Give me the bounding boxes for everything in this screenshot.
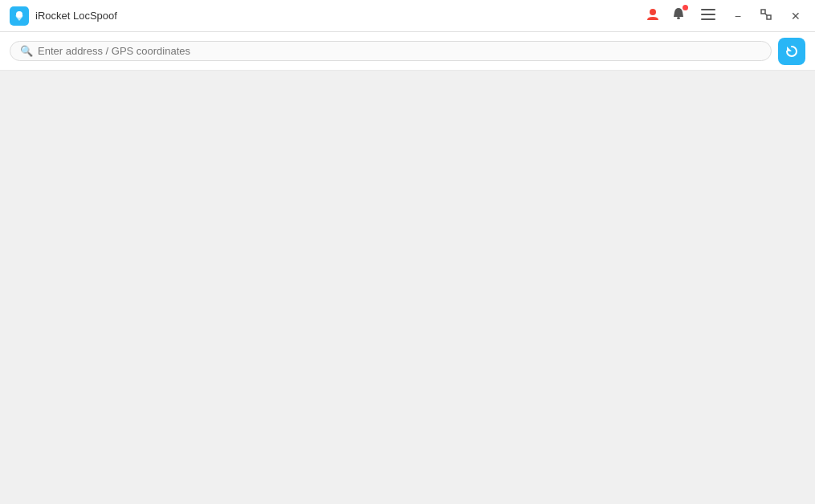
search-bar: 🔍 xyxy=(0,32,815,71)
svg-rect-7 xyxy=(761,10,765,14)
maximize-icon xyxy=(760,9,772,20)
maximize-button[interactable] xyxy=(756,7,776,24)
notification-dot xyxy=(683,5,688,10)
profile-icon xyxy=(645,6,661,22)
refresh-button[interactable] xyxy=(778,38,805,65)
close-button[interactable]: ✕ xyxy=(786,8,805,24)
minimize-button[interactable]: − xyxy=(730,8,746,24)
hamburger-icon xyxy=(701,9,715,20)
profile-icon-wrap xyxy=(645,6,661,26)
refresh-icon xyxy=(784,44,799,59)
window-controls: − ✕ xyxy=(645,6,805,26)
svg-rect-5 xyxy=(701,14,715,15)
svg-rect-8 xyxy=(767,15,771,19)
svg-rect-6 xyxy=(701,18,715,20)
svg-rect-3 xyxy=(677,17,680,19)
app-title: iRocket LocSpoof xyxy=(35,10,645,22)
svg-point-2 xyxy=(650,9,656,15)
title-bar: iRocket LocSpoof − xyxy=(0,0,815,32)
menu-button[interactable] xyxy=(696,7,720,24)
search-input[interactable] xyxy=(38,45,761,57)
svg-rect-4 xyxy=(701,9,715,10)
app-logo xyxy=(10,6,29,26)
svg-line-9 xyxy=(765,14,767,15)
search-icon: 🔍 xyxy=(20,45,33,57)
search-input-wrap[interactable]: 🔍 xyxy=(10,41,772,61)
notification-icon-wrap[interactable] xyxy=(670,6,687,26)
